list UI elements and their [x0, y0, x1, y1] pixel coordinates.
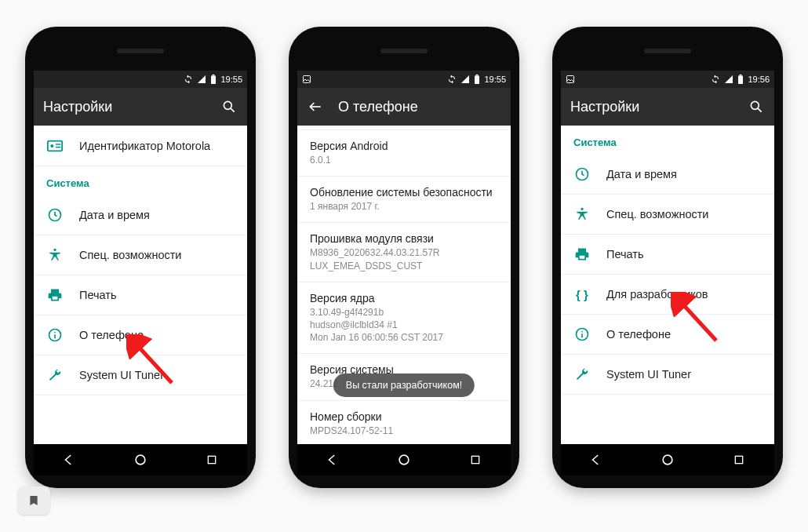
signal-icon: [460, 75, 470, 84]
screen: 19:55 О телефоне Версия Android 6.0.1 Об…: [297, 71, 511, 476]
sync-icon: [184, 75, 193, 84]
bookmark-chip[interactable]: [17, 486, 50, 515]
info-title: Версия ядра: [310, 292, 498, 304]
svg-point-18: [399, 455, 409, 465]
svg-rect-31: [735, 456, 742, 463]
svg-rect-19: [471, 456, 479, 463]
app-bar: Настройки: [34, 88, 247, 126]
wrench-icon: [46, 366, 64, 384]
app-bar: Настройки: [561, 88, 774, 126]
row-accessibility[interactable]: Спец. возможности: [34, 235, 247, 275]
row-print[interactable]: Печать: [34, 275, 247, 315]
app-bar: О телефоне: [297, 88, 511, 126]
info-baseband[interactable]: Прошивка модуля связи M8936_2020632.44.0…: [297, 223, 511, 282]
search-button[interactable]: [748, 98, 765, 115]
info-sub: M8936_2020632.44.03.21.57R LUX_EMEA_DSDS…: [310, 246, 498, 271]
search-button[interactable]: [220, 98, 238, 115]
row-accessibility[interactable]: Спец. возможности: [561, 195, 774, 235]
svg-rect-6: [56, 144, 60, 144]
section-header-system: Система: [34, 166, 247, 195]
svg-point-5: [50, 144, 53, 148]
svg-rect-7: [56, 147, 60, 148]
nav-home[interactable]: [125, 444, 156, 476]
clock-text: 19:55: [220, 75, 242, 84]
section-header-system: Система: [561, 126, 774, 155]
accessibility-icon: [573, 206, 591, 223]
nav-recents[interactable]: [723, 444, 755, 476]
picture-icon: [302, 75, 311, 84]
clock-icon: [573, 166, 591, 183]
back-button[interactable]: [307, 98, 324, 115]
speaker: [644, 49, 691, 53]
row-label: О телефоне: [79, 329, 144, 341]
nav-bar: [561, 444, 774, 476]
row-about-phone[interactable]: О телефоне: [34, 315, 247, 355]
status-bar: 19:56: [561, 71, 774, 88]
braces-icon: { }: [573, 286, 591, 303]
row-about-phone[interactable]: О телефоне: [561, 315, 774, 355]
phone-1: 19:55 Настройки Идентификатор Motorola С…: [25, 27, 256, 488]
row-label: Печать: [606, 248, 644, 261]
svg-point-12: [54, 332, 56, 333]
info-title: Прошивка модуля связи: [310, 232, 498, 245]
clock-text: 19:55: [484, 75, 506, 84]
svg-point-13: [136, 455, 145, 465]
row-date-time[interactable]: Дата и время: [561, 155, 774, 195]
battery-icon: [210, 75, 217, 84]
svg-point-9: [53, 249, 56, 251]
nav-back[interactable]: [53, 444, 85, 476]
svg-rect-16: [475, 76, 479, 85]
svg-rect-4: [48, 141, 62, 151]
row-label: Дата и время: [606, 168, 677, 180]
speaker: [380, 49, 428, 53]
status-bar: 19:55: [297, 71, 511, 88]
row-system-ui-tuner[interactable]: System UI Tuner: [34, 355, 247, 395]
row-date-time[interactable]: Дата и время: [34, 195, 247, 235]
svg-point-2: [224, 101, 231, 109]
row-label: Идентификатор Motorola: [79, 140, 210, 152]
battery-icon: [737, 75, 744, 84]
info-sub: 6.0.1: [310, 154, 498, 166]
content: Версия Android 6.0.1 Обновление системы …: [297, 126, 511, 444]
row-label: Дата и время: [79, 209, 150, 221]
info-security-patch[interactable]: Обновление системы безопасности 1 января…: [297, 177, 511, 223]
row-label: System UI Tuner: [79, 369, 164, 381]
nav-back[interactable]: [581, 444, 612, 476]
row-print[interactable]: Печать: [561, 235, 774, 275]
clock-icon: [46, 206, 64, 224]
info-kernel[interactable]: Версия ядра 3.10.49-g4f4291b hudson@ilcl…: [297, 282, 511, 355]
svg-point-30: [663, 455, 672, 465]
info-build-number[interactable]: Номер сборки MPDS24.107-52-11: [297, 401, 511, 445]
accessibility-icon: [46, 246, 64, 264]
row-motorola-id[interactable]: Идентификатор Motorola: [34, 126, 247, 166]
info-title: Версия Android: [310, 140, 498, 152]
svg-line-3: [231, 108, 235, 112]
row-developer-options[interactable]: { } Для разработчиков: [561, 275, 774, 315]
screen: 19:56 Настройки Система Дата и время Спе…: [561, 71, 774, 476]
battery-icon: [474, 75, 480, 84]
picture-icon: [566, 75, 575, 84]
info-title: Номер сборки: [310, 410, 498, 423]
svg-point-26: [581, 208, 583, 210]
svg-rect-0: [211, 76, 216, 85]
speaker: [117, 49, 164, 53]
row-label: Печать: [79, 289, 117, 301]
clock-text: 19:56: [748, 75, 770, 84]
nav-back[interactable]: [317, 444, 348, 476]
info-icon: [46, 326, 64, 344]
signal-icon: [724, 75, 733, 84]
nav-bar: [297, 444, 511, 476]
signal-icon: [197, 75, 206, 84]
row-label: О телефоне: [606, 328, 671, 341]
nav-home[interactable]: [652, 444, 683, 476]
row-system-ui-tuner[interactable]: System UI Tuner: [561, 355, 774, 395]
row-label: Для разработчиков: [606, 288, 708, 301]
content: Идентификатор Motorola Система Дата и вр…: [34, 126, 247, 444]
svg-rect-14: [208, 456, 215, 463]
info-android-version[interactable]: Версия Android 6.0.1: [297, 130, 511, 177]
wrench-icon: [573, 366, 591, 383]
nav-recents[interactable]: [196, 444, 227, 476]
nav-home[interactable]: [388, 444, 420, 476]
id-card-icon: [46, 137, 64, 155]
nav-recents[interactable]: [460, 444, 491, 476]
